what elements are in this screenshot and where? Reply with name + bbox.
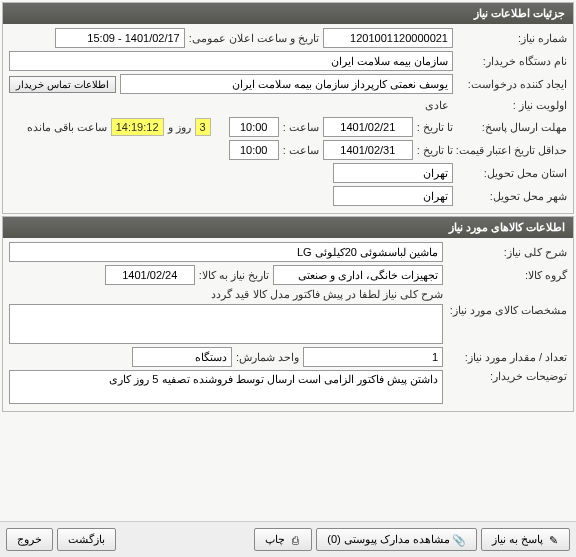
deadline-time-label: ساعت : [283,121,319,134]
note-line: شرح کلی نیاز لطفا در پیش فاکتور مدل کالا… [9,288,443,301]
buyer-note-textarea[interactable] [9,370,443,404]
print-label: چاپ [265,533,285,546]
buyer-note-label: توضیحات خریدار: [447,370,567,383]
deliver-city-field[interactable] [333,186,453,206]
remaining-days: 3 [195,118,211,136]
qty-field[interactable] [303,347,443,367]
days-text: روز و [168,121,191,134]
deadline-date-field[interactable] [323,117,413,137]
spec-textarea[interactable] [9,304,443,344]
need-details-body: شماره نیاز: تاریخ و ساعت اعلان عمومی: نا… [3,24,573,213]
buyer-contact-button[interactable]: اطلاعات تماس خریدار [9,76,116,93]
attachment-icon: 📎 [454,534,466,546]
need-number-field[interactable] [323,28,453,48]
priority-label: اولویت نیاز : [457,99,567,112]
main-desc-field[interactable] [9,242,443,262]
reply-icon: ✎ [547,534,559,546]
buyer-label: نام دستگاه خریدار: [457,55,567,68]
deliver-province-field[interactable] [333,163,453,183]
to-date-label: تا تاریخ : [417,121,453,134]
validity-time-field[interactable] [229,140,279,160]
validity-time-label: ساعت : [283,144,319,157]
reply-button[interactable]: ✎ پاسخ به نیاز [481,528,570,551]
qty-label: تعداد / مقدار مورد نیاز: [447,351,567,364]
exit-button[interactable]: خروج [6,528,53,551]
deliver-province-label: استان محل تحویل: [457,167,567,180]
priority-value: عادی [421,97,453,114]
need-details-header: جزئیات اطلاعات نیاز [3,3,573,24]
exit-label: خروج [17,533,42,546]
reply-label: پاسخ به نیاز [492,533,543,546]
print-button[interactable]: ⎙ چاپ [254,528,312,551]
footer-bar: ✎ پاسخ به نیاز 📎 مشاهده مدارک پیوستی (0)… [0,521,576,557]
to-date-label-2: تا تاریخ : [417,144,453,157]
announce-field[interactable] [55,28,185,48]
need-date-field[interactable] [105,265,195,285]
print-icon: ⎙ [289,534,301,546]
requester-label: ایجاد کننده درخواست: [457,78,567,91]
remain-text: ساعت باقی مانده [27,121,107,134]
back-label: بازگشت [68,533,105,546]
validity-label: حداقل تاریخ اعتبار قیمت: [457,144,567,157]
need-date-label: تاریخ نیاز به کالا: [199,269,269,282]
deadline-time-field[interactable] [229,117,279,137]
requester-field[interactable] [120,74,453,94]
unit-field[interactable] [132,347,232,367]
deadline-label: مهلت ارسال پاسخ: [457,121,567,134]
group-field[interactable] [273,265,443,285]
validity-date-field[interactable] [323,140,413,160]
goods-body: شرح کلی نیاز: گروه کالا: تاریخ نیاز به ک… [3,238,573,411]
spec-label: مشخصات کالای مورد نیاز: [447,304,567,317]
deliver-city-label: شهر محل تحویل: [457,190,567,203]
attachments-label: مشاهده مدارک پیوستی (0) [327,533,450,546]
announce-label: تاریخ و ساعت اعلان عمومی: [189,32,319,45]
goods-header: اطلاعات کالاهای مورد نیاز [3,217,573,238]
buyer-field[interactable] [9,51,453,71]
back-button[interactable]: بازگشت [57,528,116,551]
remaining-hms: 14:19:12 [111,118,164,136]
need-number-label: شماره نیاز: [457,32,567,45]
group-label: گروه کالا: [447,269,567,282]
need-details-panel: جزئیات اطلاعات نیاز شماره نیاز: تاریخ و … [2,2,574,214]
attachments-button[interactable]: 📎 مشاهده مدارک پیوستی (0) [316,528,477,551]
main-desc-label: شرح کلی نیاز: [447,246,567,259]
unit-label: واحد شمارش: [236,351,299,364]
goods-panel: اطلاعات کالاهای مورد نیاز شرح کلی نیاز: … [2,216,574,412]
